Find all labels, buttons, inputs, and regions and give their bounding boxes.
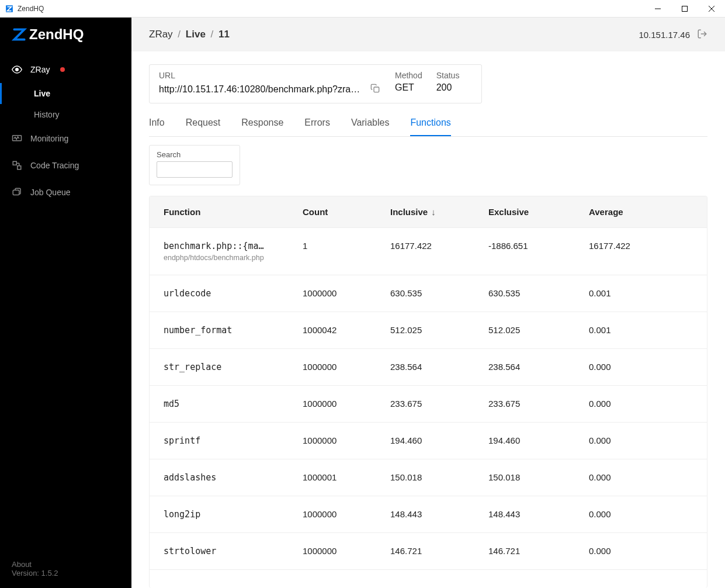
tab-request[interactable]: Request [186,112,221,136]
sidebar-item-label: Code Tracing [30,161,79,170]
brand-name: ZendHQ [29,26,84,43]
table-body[interactable]: benchmark.php::{ma…endphp/htdocs/benchma… [150,228,707,588]
breadcrumb-item[interactable]: Live [186,29,206,40]
table-header-count[interactable]: Count [296,207,383,217]
function-name: benchmark.php::{ma… [164,241,289,251]
cell-inclusive: 238.564 [383,362,481,372]
url-value: http://10.151.17.46:10280/benchmark.php?… [159,84,365,95]
function-name: urldecode [164,288,289,299]
function-name: str_replace [164,362,289,372]
cell-count: 1000000 [296,546,383,556]
tab-functions[interactable]: Functions [410,112,450,136]
cell-average: 16177.422 [582,241,670,251]
tab-variables[interactable]: Variables [351,112,390,136]
breadcrumb: ZRay / Live / 11 [149,29,230,40]
breadcrumb-separator: / [211,29,214,40]
table-header-function[interactable]: Function [150,207,296,217]
sidebar: ZendHQ ZRay Live History Monitoring [0,18,131,588]
sidebar-item-zray[interactable]: ZRay [0,56,131,83]
svg-rect-7 [13,161,16,165]
window-minimize-button[interactable] [644,0,671,18]
window-maximize-button[interactable] [671,0,698,18]
svg-rect-11 [13,190,19,195]
table-header-average[interactable]: Average [582,207,670,217]
table-row[interactable]: strtolower1000000146.721146.7210.000 [150,533,707,570]
cell-count: 1 [296,241,383,251]
eye-icon [12,64,22,75]
cell-count: 1000042 [296,325,383,335]
cell-count: 1000000 [296,288,383,298]
cell-exclusive: 238.564 [481,362,582,372]
svg-rect-13 [374,87,379,92]
cell-average: 0.000 [582,399,670,409]
window-close-button[interactable] [698,0,725,18]
function-name: md5 [164,399,289,409]
function-name: strtolower [164,546,289,556]
detail-tabs: InfoRequestResponseErrorsVariablesFuncti… [149,112,707,137]
table-row[interactable]: addslashes1000001150.018150.0180.000 [150,459,707,496]
disconnect-button[interactable] [697,29,707,41]
breadcrumb-item: 11 [218,29,230,40]
brand-logo-icon [12,27,27,42]
monitor-icon [12,133,22,144]
status-label: Status [436,71,460,80]
sidebar-item-code-tracing[interactable]: Code Tracing [0,152,131,179]
cell-average: 0.000 [582,362,670,372]
sidebar-item-job-queue[interactable]: Job Queue [0,179,131,206]
url-label: URL [159,71,381,80]
cell-average: 0.001 [582,288,670,298]
tab-info[interactable]: Info [149,112,165,136]
method-label: Method [395,71,422,80]
function-name: long2ip [164,509,289,520]
cell-exclusive: 148.443 [481,509,582,519]
window-titlebar: ZendHQ [0,0,725,18]
copy-url-button[interactable] [369,82,381,96]
cell-exclusive: 630.535 [481,288,582,298]
tab-response[interactable]: Response [241,112,283,136]
cell-count: 1000001 [296,472,383,482]
sidebar-item-monitoring[interactable]: Monitoring [0,125,131,152]
cell-inclusive: 512.025 [383,325,481,335]
version-text: Version: 1.5.2 [12,569,120,577]
svg-rect-2 [682,6,688,11]
sort-desc-icon: ↓ [431,207,436,217]
function-name: number_format [164,325,289,335]
trace-icon [12,160,22,171]
about-link[interactable]: About [12,560,120,569]
cell-inclusive: 16177.422 [383,241,481,251]
cell-average: 0.000 [582,546,670,556]
table-row[interactable]: str_replace1000000238.564238.5640.000 [150,349,707,386]
sidebar-subitem-history[interactable]: History [0,104,131,125]
cell-exclusive: 194.460 [481,435,582,445]
table-row[interactable]: urldecode1000000630.535630.5350.001 [150,275,707,312]
sidebar-subitem-live[interactable]: Live [0,83,131,104]
functions-table: Function Count Inclusive↓ Exclusive Aver… [150,196,707,588]
table-header-exclusive[interactable]: Exclusive [481,207,582,217]
table-row[interactable]: number_format1000042512.025512.0250.001 [150,312,707,349]
cell-average: 0.000 [582,472,670,482]
function-name: sprintf [164,435,289,446]
sidebar-item-label: ZRay [30,65,50,74]
search-input[interactable] [157,161,233,178]
cell-inclusive: 233.675 [383,399,481,409]
topbar: ZRay / Live / 11 10.151.17.46 [131,18,725,51]
svg-point-5 [16,68,19,71]
table-row[interactable]: benchmark.php::{ma…endphp/htdocs/benchma… [150,228,707,275]
sidebar-footer: About Version: 1.5.2 [0,549,131,588]
cell-count: 1000000 [296,435,383,445]
cell-exclusive: -1886.651 [481,241,582,251]
function-path: endphp/htdocs/benchmark.php [164,254,289,262]
table-row[interactable]: sprintf1000000194.460194.4600.000 [150,423,707,459]
request-summary-panel: URL http://10.151.17.46:10280/benchmark.… [149,64,482,103]
table-row[interactable]: md51000000233.675233.6750.000 [150,386,707,423]
method-value: GET [395,82,422,93]
cell-count: 1000000 [296,509,383,519]
breadcrumb-item[interactable]: ZRay [149,29,173,40]
cell-inclusive: 630.535 [383,288,481,298]
status-value: 200 [436,82,460,93]
tab-errors[interactable]: Errors [304,112,330,136]
table-header-inclusive[interactable]: Inclusive↓ [383,207,481,217]
cell-average: 0.000 [582,435,670,445]
table-row[interactable]: long2ip1000000148.443148.4430.000 [150,496,707,533]
sidebar-item-label: Monitoring [30,134,68,143]
